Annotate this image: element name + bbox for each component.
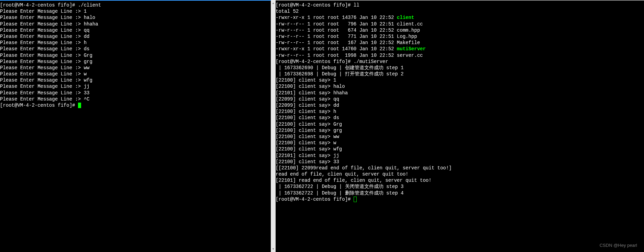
output-line: [22101] client say> jj	[276, 153, 644, 159]
output-line: [22100] client say> grg	[276, 127, 644, 134]
output-line: [[22100] 22099read end of file, clien qu…	[276, 165, 644, 171]
terminal-left-pane[interactable]: [root@VM-4-2-centos fifo]# ./client Plea…	[0, 0, 271, 252]
output-line: [22100] client say> Grg	[276, 121, 644, 127]
cursor-icon	[78, 103, 81, 108]
output-line: Please Enter Message Line :> h	[0, 40, 271, 46]
output-line: [22100] client say> wfg	[276, 146, 644, 152]
output-line: Please Enter Message Line :> jj	[0, 83, 271, 90]
prompt-line: [root@VM-4-2-centos fifo]# ./mutiServer	[276, 59, 644, 65]
scroll-up-icon[interactable]: ▴	[271, 1, 276, 6]
file-name: Makefile	[397, 40, 420, 45]
output-line: [22100] client say> h	[276, 108, 644, 115]
debug-line: | 1673362698 | Debug | 打开管道文件成功 step 2	[276, 71, 644, 77]
debug-line: | 1673362690 | Debug | 创建管道文件成功 step 1	[276, 65, 644, 71]
output-line: [22100] client say> ww	[276, 134, 644, 140]
output-line: total 52	[276, 8, 644, 14]
file-listing-row: -rw-r--r-- 1 root root 674 Jan 10 22:52 …	[276, 27, 644, 33]
output-line: [22100] client say> ds	[276, 115, 644, 121]
output-line: [22100] client say> halo	[276, 83, 644, 90]
file-listing-row: -rw-r--r-- 1 root root 796 Jan 10 22:51 …	[276, 21, 644, 27]
cursor-icon	[354, 197, 357, 202]
output-line: Please Enter Message Line :> ^C	[0, 96, 271, 102]
output-line: Please Enter Message Line :> Grg	[0, 52, 271, 59]
prompt-line: [root@VM-4-2-centos fifo]#	[276, 196, 644, 202]
output-line: [22100] client say> 1	[276, 77, 644, 83]
file-listing-row: -rw-r--r-- 1 root root 167 Jan 10 22:52 …	[276, 40, 644, 46]
terminal-right-pane[interactable]: [root@VM-4-2-centos fifo]# ll total 52 -…	[276, 0, 644, 252]
output-line: Please Enter Message Line :> ds	[0, 46, 271, 52]
prompt-line: [root@VM-4-2-centos fifo]# ./client	[0, 2, 271, 8]
pane-divider[interactable]: ▴ ▾	[271, 0, 276, 252]
output-line: Please Enter Message Line :> wfg	[0, 77, 271, 83]
prompt-line: [root@VM-4-2-centos fifo]# ll	[276, 2, 644, 8]
output-line: Please Enter Message Line :> ww	[0, 65, 271, 71]
file-listing-row: -rwxr-xr-x 1 root root 14760 Jan 10 22:5…	[276, 46, 644, 52]
scroll-down-icon[interactable]: ▾	[271, 246, 276, 251]
output-line: [22100] client say> 33	[276, 159, 644, 165]
watermark: CSDN @Hey pearl	[600, 243, 637, 249]
file-name: client.cc	[397, 21, 423, 27]
output-line: Please Enter Message Line :> w	[0, 71, 271, 77]
output-line: [22099] client say> qq	[276, 96, 644, 102]
output-line: [22101] client say> hhaha	[276, 90, 644, 96]
file-name: client	[397, 15, 414, 20]
output-line: [22101] read end of file, clien quit, se…	[276, 177, 644, 183]
file-name: comm.hpp	[397, 28, 420, 33]
debug-line: | 1673362722 | Debug | 关闭管道文件成功 step 3	[276, 183, 644, 190]
output-line: Please Enter Message Line :> 33	[0, 90, 271, 96]
output-line: read end of file, clien quit, server qui…	[276, 171, 644, 177]
file-name: server.cc	[397, 53, 423, 58]
output-line: Please Enter Message Line :> halo	[0, 14, 271, 21]
file-name: Log.hpp	[397, 34, 417, 39]
file-listing-row: -rwxr-xr-x 1 root root 14376 Jan 10 22:5…	[276, 14, 644, 21]
output-line: [22099] client say> dd	[276, 102, 644, 108]
output-line: [22100] client say> w	[276, 140, 644, 146]
file-name: mutiServer	[397, 46, 426, 52]
output-line: Please Enter Message Line :> grg	[0, 59, 271, 65]
output-line: Please Enter Message Line :> 1	[0, 8, 271, 14]
output-line: Please Enter Message Line :> dd	[0, 33, 271, 40]
prompt-line: [root@VM-4-2-centos fifo]#	[0, 102, 271, 108]
file-listing-row: -rw-r--r-- 1 root root 1998 Jan 10 22:52…	[276, 52, 644, 59]
debug-line: | 1673362722 | Debug | 删除管道文件成功 step 4	[276, 190, 644, 196]
output-line: Please Enter Message Line :> hhaha	[0, 21, 271, 27]
output-line: Please Enter Message Line :> qq	[0, 27, 271, 33]
file-listing-row: -rw-r--r-- 1 root root 771 Jan 10 22:51 …	[276, 33, 644, 40]
